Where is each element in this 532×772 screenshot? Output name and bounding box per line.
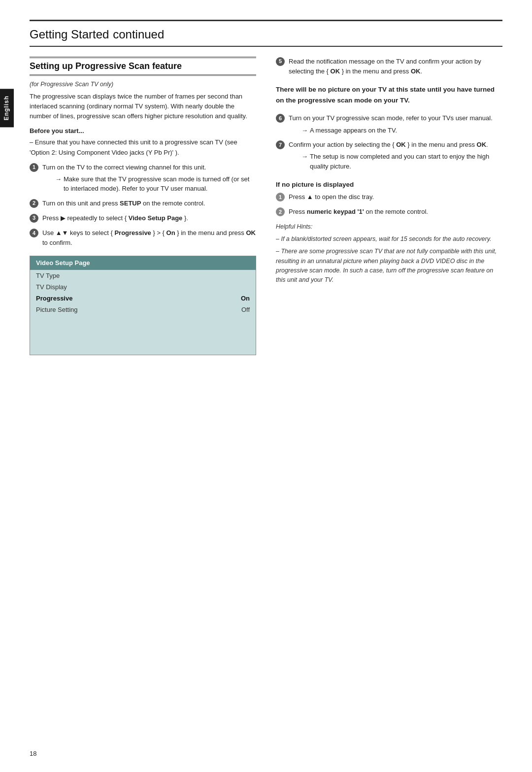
step-2-number: 2 (30, 199, 38, 208)
step-1-note-text: Make sure that the TV progressive scan m… (64, 174, 256, 194)
page-number: 18 (30, 750, 36, 757)
step-2: 2 Turn on this unit and press SETUP on t… (30, 199, 256, 208)
table-row-progressive: Progressive On (30, 293, 256, 304)
right-column: 5 Read the notification message on the T… (276, 57, 502, 355)
page-title: Getting Started continued (30, 26, 502, 42)
no-pic-step-2-number: 2 (276, 207, 285, 216)
step-3-number: 3 (30, 214, 38, 223)
hint-1: – If a blank/distorted screen appears, w… (276, 235, 502, 244)
arrow-icon-1: → (55, 174, 62, 184)
if-no-picture-heading: If no picture is displayed (276, 181, 502, 188)
step-1-text: Turn on the TV to the correct viewing ch… (42, 164, 206, 171)
row-label-progressive: Progressive (36, 295, 72, 302)
hints-heading: Helpful Hints: (276, 222, 502, 232)
no-pic-step-1-number: 1 (276, 193, 285, 201)
before-you-start-text: – Ensure that you have connected this un… (30, 137, 256, 157)
table-footer-space (30, 315, 256, 355)
before-you-start-heading: Before you start... (30, 127, 256, 134)
hint-2: – There are some progressive scan TV tha… (276, 247, 502, 285)
step-6-number: 6 (276, 114, 285, 123)
step-7: 7 Confirm your action by selecting the {… (276, 140, 502, 171)
step-3: 3 Press ▶ repeatedly to select { Video S… (30, 213, 256, 223)
step-6-text: Turn on your TV progressive scan mode, r… (289, 114, 493, 122)
title-suffix: continued (113, 28, 164, 41)
step-3-content: Press ▶ repeatedly to select { Video Set… (42, 213, 256, 223)
video-setup-table: Video Setup Page TV Type TV Display Prog… (30, 256, 256, 355)
no-pic-step-2-content: Press numeric keypad '1' on the remote c… (289, 207, 502, 217)
no-pic-step-2: 2 Press numeric keypad '1' on the remote… (276, 207, 502, 217)
arrow-icon-7: → (301, 152, 308, 162)
table-header: Video Setup Page (30, 256, 256, 270)
step-7-note: → The setup is now completed and you can… (301, 152, 502, 171)
helpful-hints: Helpful Hints: – If a blank/distorted sc… (276, 222, 502, 285)
step-1-content: Turn on the TV to the correct viewing ch… (42, 163, 256, 194)
step-7-text: Confirm your action by selecting the { O… (289, 141, 488, 148)
italic-note: (for Progressive Scan TV only) (30, 81, 256, 88)
row-label-picture-setting: Picture Setting (36, 306, 78, 313)
step-6-note: → A message appears on the TV. (301, 126, 502, 135)
step-6-content: Turn on your TV progressive scan mode, r… (289, 113, 502, 135)
step-1-note: → Make sure that the TV progressive scan… (55, 174, 256, 194)
step-4-text: Use ▲▼ keys to select { Progressive } > … (42, 229, 256, 246)
step-6: 6 Turn on your TV progressive scan mode,… (276, 113, 502, 135)
row-label-tv-display: TV Display (36, 283, 67, 291)
no-pic-step-1-text: Press ▲ to open the disc tray. (289, 193, 374, 201)
row-value-picture-setting: Off (241, 306, 250, 313)
content-columns: Setting up Progressive Scan feature (for… (30, 57, 502, 355)
no-pic-step-2-text: Press numeric keypad '1' on the remote c… (289, 208, 428, 215)
step-5: 5 Read the notification message on the T… (276, 57, 502, 76)
step-4-content: Use ▲▼ keys to select { Progressive } > … (42, 228, 256, 248)
row-value-progressive: On (241, 295, 250, 302)
table-row-picture-setting: Picture Setting Off (30, 304, 256, 315)
step-4: 4 Use ▲▼ keys to select { Progressive } … (30, 228, 256, 248)
table-row-tv-display: TV Display (30, 281, 256, 293)
step-1: 1 Turn on the TV to the correct viewing … (30, 163, 256, 194)
step-2-text: Turn on this unit and press SETUP on the… (42, 200, 205, 207)
arrow-icon-6: → (301, 126, 308, 135)
bold-warning: There will be no picture on your TV at t… (276, 84, 502, 105)
step-3-text: Press ▶ repeatedly to select { Video Set… (42, 214, 188, 222)
step-6-note-text: A message appears on the TV. (310, 126, 397, 135)
step-5-content: Read the notification message on the TV … (289, 57, 502, 76)
step-7-content: Confirm your action by selecting the { O… (289, 140, 502, 171)
header-divider (30, 46, 502, 47)
intro-text: The progressive scan displays twice the … (30, 92, 256, 121)
section-heading: Setting up Progressive Scan feature (30, 57, 256, 76)
no-pic-step-1-content: Press ▲ to open the disc tray. (289, 192, 502, 202)
title-main: Getting Started (30, 28, 109, 41)
step-5-text: Read the notification message on the TV … (289, 58, 481, 75)
language-tab: English (0, 89, 14, 127)
table-row-tv-type: TV Type (30, 270, 256, 281)
step-7-note-text: The setup is now completed and you can s… (310, 152, 502, 171)
no-pic-step-1: 1 Press ▲ to open the disc tray. (276, 192, 502, 202)
page-header: Getting Started continued (30, 20, 502, 47)
step-2-content: Turn on this unit and press SETUP on the… (42, 199, 256, 208)
left-column: Setting up Progressive Scan feature (for… (30, 57, 256, 355)
step-7-number: 7 (276, 140, 285, 149)
step-4-number: 4 (30, 229, 38, 237)
step-5-number: 5 (276, 57, 285, 66)
page-container: English Getting Started continued Settin… (0, 0, 532, 772)
table-body: TV Type TV Display Progressive On Pictur… (30, 270, 256, 355)
row-label-tv-type: TV Type (36, 272, 60, 279)
step-1-number: 1 (30, 163, 38, 172)
